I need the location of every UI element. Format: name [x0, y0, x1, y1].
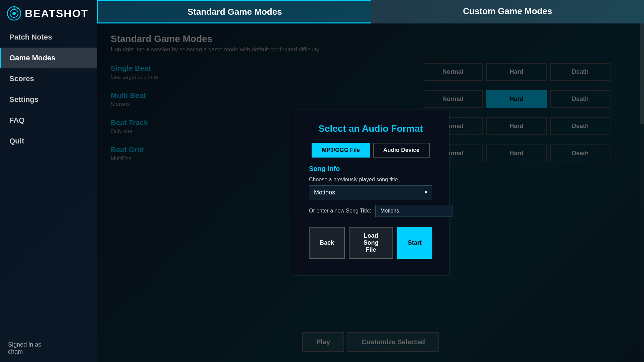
logo-area: BEATSHOT [0, 0, 97, 27]
start-button[interactable]: Start [397, 227, 432, 259]
modal-overlay: Select an Audio Format MP3/OGG File Audi… [97, 23, 644, 362]
audio-format-modal: Select an Audio Format MP3/OGG File Audi… [292, 110, 449, 276]
new-song-title-input[interactable] [375, 205, 452, 217]
app-title: BEATSHOT [25, 7, 89, 20]
modal-title: Select an Audio Format [309, 123, 432, 134]
audio-format-buttons: MP3/OGG File Audio Device [309, 143, 432, 158]
new-song-row: Or enter a new Song Title: [309, 205, 432, 217]
sidebar-item-quit[interactable]: Quit [0, 131, 97, 152]
load-song-file-button[interactable]: Load Song File [349, 227, 393, 259]
signed-in-user: cham [8, 348, 23, 355]
sidebar-item-scores[interactable]: Scores [0, 68, 97, 89]
top-tabs: Standard Game Modes Custom Game Modes [97, 0, 644, 23]
new-song-title-label: Or enter a new Song Title: [309, 208, 371, 214]
modal-actions: Back Load Song File Start [309, 227, 432, 259]
tab-custom[interactable]: Custom Game Modes [371, 0, 644, 23]
svg-point-2 [12, 12, 16, 15]
svg-line-4 [17, 8, 18, 9]
song-select-wrapper: Motions ▼ [309, 185, 432, 199]
back-button[interactable]: Back [309, 227, 345, 259]
sidebar: BEATSHOT Patch Notes Game Modes Scores S… [0, 0, 97, 362]
content-area: Standard Game Modes Hop right into a ses… [97, 23, 644, 362]
song-select[interactable]: Motions [309, 185, 432, 199]
song-info-section: Song Info Choose a previously played son… [309, 165, 432, 217]
sidebar-item-game-modes[interactable]: Game Modes [0, 48, 97, 68]
sidebar-item-faq[interactable]: FAQ [0, 110, 97, 131]
tab-standard[interactable]: Standard Game Modes [97, 0, 371, 23]
previously-played-label: Choose a previously played song title [309, 177, 432, 183]
song-info-title: Song Info [309, 165, 432, 173]
mp3-ogg-button[interactable]: MP3/OGG File [312, 143, 370, 158]
audio-device-button[interactable]: Audio Device [373, 143, 430, 158]
main-area: Standard Game Modes Custom Game Modes St… [97, 0, 644, 362]
sidebar-item-patch-notes[interactable]: Patch Notes [0, 27, 97, 48]
signed-in-label: Signed in as [8, 341, 41, 348]
sidebar-item-settings[interactable]: Settings [0, 89, 97, 110]
signed-in-area: Signed in as cham [0, 335, 97, 362]
logo-icon [7, 6, 21, 21]
